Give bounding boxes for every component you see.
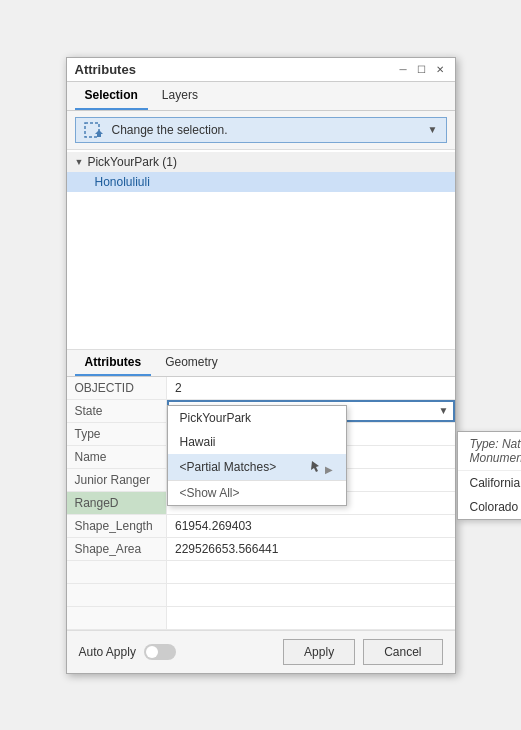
selection-icon bbox=[84, 122, 104, 138]
table-row: Shape_Area 229526653.566441 bbox=[67, 537, 455, 560]
dropdown-item-label: Hawaii bbox=[180, 435, 216, 449]
dropdown-item-hawaii[interactable]: Hawaii bbox=[168, 430, 346, 454]
attr-name-shape-area: Shape_Area bbox=[67, 537, 167, 560]
submenu-item-colorado[interactable]: Colorado bbox=[458, 495, 522, 519]
submenu-header: Type: National Monument bbox=[458, 432, 522, 471]
auto-apply-toggle[interactable] bbox=[144, 644, 176, 660]
tree-section: ▼ PickYourPark (1) Honoluliuli bbox=[67, 150, 455, 350]
auto-apply-label: Auto Apply bbox=[79, 645, 136, 659]
attr-name-state: State bbox=[67, 399, 167, 422]
tree-group: ▼ PickYourPark (1) Honoluliuli bbox=[67, 150, 455, 194]
tab-attributes[interactable]: Attributes bbox=[75, 350, 152, 376]
attr-name-shape-length: Shape_Length bbox=[67, 514, 167, 537]
tab-geometry[interactable]: Geometry bbox=[155, 350, 228, 376]
collapse-icon: ▼ bbox=[75, 157, 84, 167]
dropdown-arrow: ▼ bbox=[428, 124, 438, 135]
dropdown-item-show-all[interactable]: <Show All> bbox=[168, 480, 346, 505]
attr-name-objectid: OBJECTID bbox=[67, 377, 167, 400]
cancel-button[interactable]: Cancel bbox=[363, 639, 442, 665]
tree-parent[interactable]: ▼ PickYourPark (1) bbox=[67, 152, 455, 172]
attr-name-name: Name bbox=[67, 445, 167, 468]
footer-buttons: Apply Cancel bbox=[283, 639, 442, 665]
dropdown-item-partial-matches[interactable]: <Partial Matches> ▶ bbox=[168, 454, 346, 480]
auto-apply-section: Auto Apply bbox=[79, 644, 176, 660]
attr-value-objectid: 2 bbox=[167, 377, 455, 400]
attr-name-ranged: RangeD bbox=[67, 491, 167, 514]
apply-button[interactable]: Apply bbox=[283, 639, 355, 665]
tab-selection[interactable]: Selection bbox=[75, 82, 148, 110]
title-bar: Attributes ─ ☐ ✕ bbox=[67, 58, 455, 82]
window-controls: ─ ☐ ✕ bbox=[396, 64, 446, 75]
svg-marker-2 bbox=[311, 461, 319, 472]
footer: Auto Apply Apply Cancel bbox=[67, 630, 455, 673]
attributes-area: OBJECTID 2 State ▼ Type bbox=[67, 377, 455, 630]
dropdown-label: Change the selection. bbox=[112, 123, 420, 137]
tree-parent-label: PickYourPark (1) bbox=[87, 155, 177, 169]
table-row-empty bbox=[67, 583, 455, 606]
dropdown-item-label: <Show All> bbox=[180, 486, 240, 500]
tree-child[interactable]: Honoluliuli bbox=[67, 172, 455, 192]
minimize-button[interactable]: ─ bbox=[396, 64, 409, 75]
attr-name-junior-ranger: Junior Ranger bbox=[67, 468, 167, 491]
attr-value-shape-area: 229526653.566441 bbox=[167, 537, 455, 560]
toolbar: Change the selection. ▼ bbox=[67, 111, 455, 150]
submenu-item-california[interactable]: California bbox=[458, 471, 522, 495]
table-row: OBJECTID 2 bbox=[67, 377, 455, 400]
bottom-tabs: Attributes Geometry bbox=[67, 350, 455, 377]
dropdown-item-label: PickYourPark bbox=[180, 411, 252, 425]
top-tabs: Selection Layers bbox=[67, 82, 455, 111]
state-dropdown-arrow[interactable]: ▼ bbox=[439, 405, 449, 416]
dropdown-item-label: <Partial Matches> bbox=[180, 460, 277, 474]
window-title: Attributes bbox=[75, 62, 136, 77]
submenu-arrow-icon: ▶ bbox=[309, 459, 334, 475]
selection-dropdown[interactable]: Change the selection. ▼ bbox=[75, 117, 447, 143]
state-dropdown-popup: PickYourPark Hawaii <Partial Matches> ▶ … bbox=[167, 405, 347, 506]
maximize-button[interactable]: ☐ bbox=[414, 64, 429, 75]
close-button[interactable]: ✕ bbox=[433, 64, 447, 75]
dropdown-item-pickyourpark[interactable]: PickYourPark bbox=[168, 406, 346, 430]
svg-marker-1 bbox=[95, 130, 103, 137]
tab-layers[interactable]: Layers bbox=[152, 82, 208, 110]
table-row-empty bbox=[67, 560, 455, 583]
attr-value-shape-length: 61954.269403 bbox=[167, 514, 455, 537]
attributes-window: Attributes ─ ☐ ✕ Selection Layers Change… bbox=[66, 57, 456, 674]
table-row-empty bbox=[67, 606, 455, 629]
partial-matches-submenu: Type: National Monument California Color… bbox=[457, 431, 522, 520]
svg-rect-0 bbox=[85, 123, 99, 137]
attr-name-type: Type bbox=[67, 422, 167, 445]
table-row: Shape_Length 61954.269403 bbox=[67, 514, 455, 537]
